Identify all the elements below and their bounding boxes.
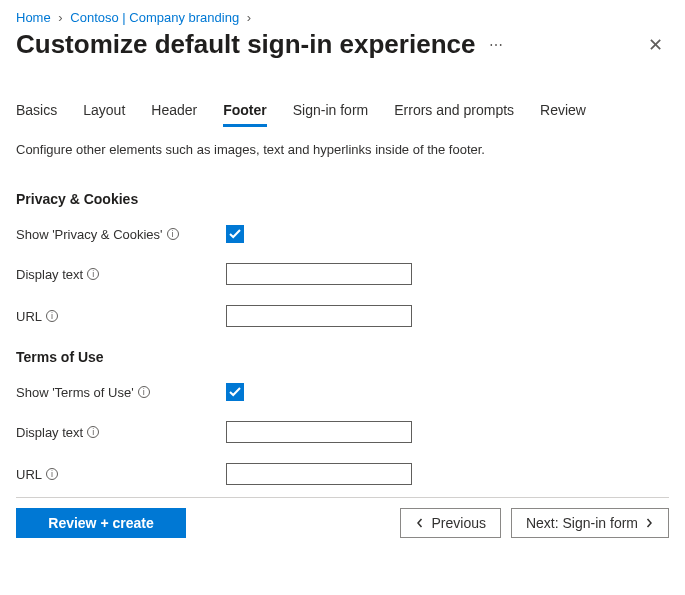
tab-bar: Basics Layout Header Footer Sign-in form… [16,96,669,126]
row-show-terms: Show 'Terms of Use' i [16,383,669,401]
info-icon[interactable]: i [167,228,179,240]
page-title: Customize default sign-in experience [16,29,475,60]
row-privacy-url: URL i [16,305,669,327]
next-button[interactable]: Next: Sign-in form [511,508,669,538]
label-terms-url: URL [16,467,42,482]
input-privacy-display-text[interactable] [226,263,412,285]
breadcrumb-company-branding[interactable]: Contoso | Company branding [70,10,239,25]
tab-basics[interactable]: Basics [16,96,57,126]
section-terms-title: Terms of Use [16,349,669,365]
tab-review[interactable]: Review [540,96,586,126]
title-row: Customize default sign-in experience ⋯ ✕ [16,29,669,60]
chevron-right-icon: › [247,10,251,25]
checkbox-show-terms[interactable] [226,383,244,401]
breadcrumb: Home › Contoso | Company branding › [16,10,669,25]
row-terms-display-text: Display text i [16,421,669,443]
label-terms-display-text: Display text [16,425,83,440]
tab-errors-and-prompts[interactable]: Errors and prompts [394,96,514,126]
label-privacy-url: URL [16,309,42,324]
label-show-terms: Show 'Terms of Use' [16,385,134,400]
tab-footer[interactable]: Footer [223,96,267,126]
section-privacy-title: Privacy & Cookies [16,191,669,207]
row-privacy-display-text: Display text i [16,263,669,285]
checkbox-show-privacy[interactable] [226,225,244,243]
label-privacy-display-text: Display text [16,267,83,282]
previous-button-label: Previous [431,515,485,531]
breadcrumb-home[interactable]: Home [16,10,51,25]
row-terms-url: URL i [16,463,669,485]
tab-description: Configure other elements such as images,… [16,142,669,157]
chevron-left-icon [415,515,425,531]
row-show-privacy: Show 'Privacy & Cookies' i [16,225,669,243]
chevron-right-icon: › [58,10,62,25]
label-show-privacy: Show 'Privacy & Cookies' [16,227,163,242]
next-button-label: Next: Sign-in form [526,515,638,531]
tab-layout[interactable]: Layout [83,96,125,126]
info-icon[interactable]: i [46,310,58,322]
review-create-button[interactable]: Review + create [16,508,186,538]
more-actions-icon[interactable]: ⋯ [489,37,503,53]
footer-bar: Review + create Previous Next: Sign-in f… [16,498,669,552]
input-terms-url[interactable] [226,463,412,485]
info-icon[interactable]: i [87,426,99,438]
info-icon[interactable]: i [87,268,99,280]
chevron-right-icon [644,515,654,531]
previous-button[interactable]: Previous [400,508,500,538]
tab-header[interactable]: Header [151,96,197,126]
info-icon[interactable]: i [138,386,150,398]
info-icon[interactable]: i [46,468,58,480]
close-icon[interactable]: ✕ [642,30,669,60]
input-privacy-url[interactable] [226,305,412,327]
input-terms-display-text[interactable] [226,421,412,443]
tab-sign-in-form[interactable]: Sign-in form [293,96,368,126]
